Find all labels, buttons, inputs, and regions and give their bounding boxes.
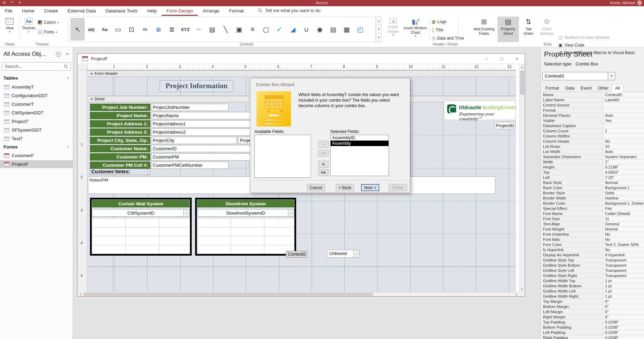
view-button[interactable]: View ▾ [2,17,17,42]
property-value[interactable]: Transparent [603,263,644,268]
property-value[interactable]: 7.25" [603,175,644,180]
property-value[interactable]: No [603,139,644,144]
property-value[interactable]: 0.0208" [603,335,644,339]
curtain-wall-system-box[interactable]: Curtain Wall System CWSystemID ⌄ [90,198,192,256]
property-value[interactable]: Transparent [603,268,644,273]
nav-item-table[interactable]: ProjectT [0,117,73,125]
property-value[interactable]: 0" [603,309,644,314]
move-field-button[interactable]: > [318,141,329,148]
select-pointer-icon[interactable]: ↖ [71,18,84,40]
property-value[interactable]: 11 [603,216,644,221]
property-value[interactable] [603,103,644,107]
fonts-button[interactable]: A Fonts ▾ [38,28,57,36]
option-group-icon[interactable]: XYZ [179,18,192,40]
move-field-button[interactable]: < [318,161,329,168]
dialog-button[interactable]: Next > [361,184,379,191]
property-value[interactable]: 0.0208" [603,320,644,325]
field-label[interactable]: Customer Name: [90,145,150,152]
field-label[interactable]: Customer PM: [90,153,150,161]
form-title-label[interactable]: Project Information [160,80,233,92]
move-field-button[interactable]: << [318,169,329,176]
property-value[interactable]: System Separator [603,154,644,159]
nav-group-forms[interactable]: Forms ∧ [3,143,69,151]
property-value[interactable]: 1" [603,160,644,164]
account-chip[interactable]: Krontz, Michael [610,0,642,5]
cw-system-grid[interactable] [92,218,190,254]
nav-item-table[interactable]: ConfigurationDDT [0,92,73,100]
property-value[interactable]: 4.5833" [603,170,644,175]
tab-control-icon[interactable]: ⊡ [125,18,138,40]
property-value[interactable]: General [603,222,644,226]
field-label[interactable]: Customer PM Cell #: [90,162,150,169]
ribbon-tab[interactable]: Home [17,6,39,16]
property-value[interactable]: 1 pt [603,278,644,283]
tell-me-search[interactable]: Tell me what you want to do [258,8,320,13]
property-value[interactable] [603,108,644,113]
unbound-combo-box[interactable]: Unbound ⌄ [327,250,360,258]
form-header-section-bar[interactable]: ◄ Form Header [87,70,516,76]
chart-settings-button[interactable]: ⚙ Chart Settings [538,17,556,42]
property-value[interactable]: No [603,247,644,252]
undo-icon[interactable]: ↶ [11,0,14,5]
property-value[interactable]: If Hyperlink [603,253,644,257]
convert-macros-button[interactable]: ↺ Convert Form's Macros to Visual Basic [559,49,643,56]
property-value[interactable]: 0" [603,304,644,309]
list-box-icon[interactable]: ≡ [246,18,259,40]
property-tab[interactable]: All [612,84,623,92]
property-value[interactable]: Calibri (Detail) [603,211,644,216]
unbound-object-frame-icon[interactable]: ▦ [340,18,353,40]
date-time-icon[interactable]: ◷ Date and Time [432,34,464,42]
horizontal-ruler[interactable]: 12345678910111213 [87,64,516,70]
property-tab[interactable]: Data [562,84,577,92]
chevron-down-icon[interactable]: ▼ [608,72,615,80]
field-textbox[interactable]: ProjectCity [151,137,237,144]
property-value[interactable]: 0.0208" [603,330,644,335]
state-field-textbox[interactable]: Proje [238,137,251,144]
rectangle-icon[interactable]: ▢ [259,18,273,40]
property-tab[interactable]: Format [542,84,562,92]
logo-icon[interactable]: ▦ Logo [432,18,446,25]
maximize-button[interactable]: □ [496,55,507,63]
property-value[interactable]: 0.0208" [603,325,644,330]
property-value[interactable]: Background 1 [603,185,644,190]
property-value[interactable]: Text 2, Darker 50% [603,242,644,247]
property-value[interactable]: 0" [603,315,644,319]
nav-item-table[interactable]: CWSystemDDT [0,109,73,117]
ribbon-tab[interactable]: Format [224,6,249,16]
property-value[interactable]: No [603,237,644,242]
property-value[interactable]: Flat [603,206,644,211]
property-value[interactable]: 0.2188" [603,165,644,170]
cw-system-combo[interactable]: CWSystemID ⌄ [92,209,190,217]
subform-icon[interactable]: ▤ [326,18,340,40]
vertical-ruler[interactable]: 12345 [78,70,87,293]
field-textbox[interactable]: ProjectJobNumber [151,104,229,111]
property-tab[interactable]: Other [595,84,612,92]
ribbon-tab[interactable]: File [0,6,17,16]
ribbon-tab[interactable]: Arrange [198,6,224,16]
minimize-button[interactable]: – [481,55,492,63]
move-field-button[interactable]: >> [318,150,329,157]
vertical-scrollbar[interactable]: ▲ ▼ [519,64,525,292]
scroll-right-icon[interactable]: ► [514,292,519,296]
label-icon[interactable]: Aa [98,18,111,40]
title-icon[interactable]: ▯ Title [432,26,443,34]
property-value[interactable]: Combo82 [603,92,644,97]
selected-fields-listbox[interactable]: AssemblyIDAssembly [330,135,389,176]
field-textbox[interactable]: CustomerPMCellNumber [151,162,229,169]
field-label[interactable]: Project Name: [90,112,150,119]
horizontal-scrollbar[interactable]: ◄ ► [78,292,525,296]
line-icon[interactable]: ╲ [219,18,232,40]
property-value[interactable]: 1 [603,129,644,133]
avatar[interactable] [637,0,642,5]
property-tab[interactable]: Event [577,84,595,92]
control-selector-dropdown[interactable]: Combo82 ▼ [542,72,615,80]
field-label[interactable]: Project Job Number: [90,104,150,111]
field-label[interactable]: Project City, State, Zip: [90,137,150,144]
attachment-icon[interactable]: ∪ [300,18,313,40]
bound-object-frame-icon[interactable]: ◰ [353,18,367,40]
ribbon-tab[interactable]: Database Tools [101,6,142,16]
field-label[interactable]: Project Address 1: [90,120,150,127]
scroll-down-icon[interactable]: ▼ [520,286,525,292]
nav-item-table[interactable]: AssemblyT [0,83,73,91]
property-value[interactable]: 16 [603,144,644,149]
